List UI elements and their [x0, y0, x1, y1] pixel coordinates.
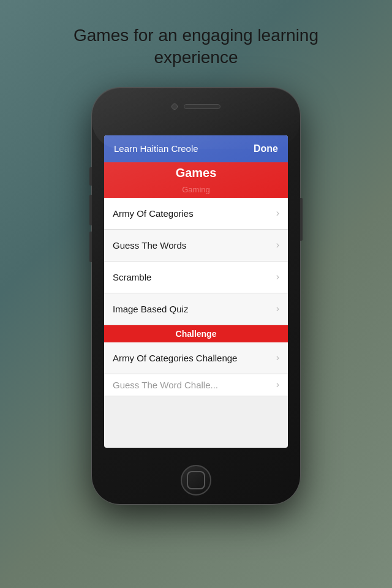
games-section-header: Games: [104, 162, 288, 183]
volume-up-button: [89, 195, 92, 225]
chevron-right-icon: ›: [276, 379, 279, 390]
chevron-right-icon: ›: [276, 208, 279, 219]
menu-item-label: Army Of Categories Challenge: [113, 353, 237, 363]
menu-item-label: Guess The Words: [113, 240, 186, 251]
phone-screen: Learn Haitian Creole Done Games Gaming A…: [104, 135, 288, 448]
list-item[interactable]: Image Based Quiz ›: [104, 293, 288, 325]
nav-title: Learn Haitian Creole: [114, 143, 198, 154]
power-button: [300, 198, 303, 241]
earpiece-speaker: [184, 104, 221, 109]
games-title: Games: [114, 166, 278, 180]
gaming-subtitle: Gaming: [104, 183, 288, 198]
list-item[interactable]: Guess The Words ›: [104, 230, 288, 262]
headline-line2: experience: [154, 48, 238, 67]
front-camera: [172, 104, 178, 110]
list-item[interactable]: Army Of Categories Challenge ›: [104, 342, 288, 374]
home-button-inner: [187, 471, 205, 489]
menu-item-label: Scramble: [113, 272, 151, 282]
list-item[interactable]: Scramble ›: [104, 262, 288, 293]
list-item-partial[interactable]: Guess The Word Challe... ›: [104, 374, 288, 396]
chevron-right-icon: ›: [276, 271, 279, 282]
menu-item-label-partial: Guess The Word Challe...: [113, 380, 218, 390]
home-button[interactable]: [181, 465, 211, 496]
headline: Games for an engaging learning experienc…: [37, 24, 355, 69]
mute-button: [89, 167, 92, 186]
done-button[interactable]: Done: [254, 143, 278, 154]
challenge-section-header: Challenge: [104, 325, 288, 342]
menu-item-label: Image Based Quiz: [113, 304, 188, 314]
headline-line1: Games for an engaging learning: [74, 26, 318, 45]
chevron-right-icon: ›: [276, 239, 279, 251]
challenge-label: Challenge: [176, 329, 217, 339]
phone-mockup: Learn Haitian Creole Done Games Gaming A…: [92, 88, 300, 504]
phone-top-bar: [147, 104, 245, 110]
phone-shell: Learn Haitian Creole Done Games Gaming A…: [92, 88, 300, 504]
list-item[interactable]: Army Of Categories ›: [104, 198, 288, 230]
menu-item-label: Army Of Categories: [113, 208, 194, 219]
volume-down-button: [89, 232, 92, 262]
navigation-bar: Learn Haitian Creole Done: [104, 135, 288, 162]
chevron-right-icon: ›: [276, 303, 279, 314]
chevron-right-icon: ›: [276, 352, 279, 363]
